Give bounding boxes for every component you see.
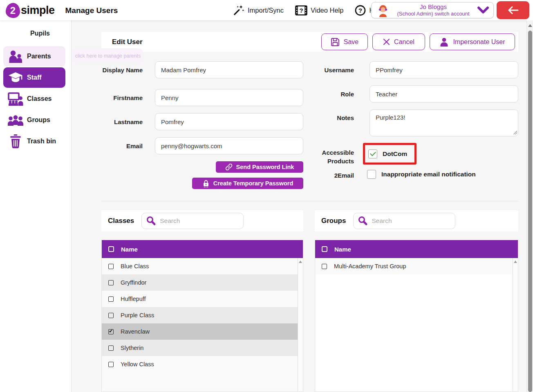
- groups-icon: [7, 115, 24, 126]
- sidebar-item-label: Classes: [27, 95, 52, 102]
- sidebar-item-label: Groups: [27, 116, 50, 124]
- sidebar-item-parents[interactable]: Parents: [3, 46, 65, 67]
- username-field[interactable]: [370, 61, 518, 78]
- email-field[interactable]: [155, 137, 303, 154]
- sidebar-item-label: Staff: [27, 74, 42, 81]
- trash-icon: [7, 134, 24, 148]
- email-notification-checkbox[interactable]: [367, 170, 376, 179]
- table-row[interactable]: Blue Class: [102, 258, 303, 274]
- firstname-field[interactable]: [155, 89, 303, 106]
- groups-scrollbar[interactable]: [513, 258, 518, 392]
- classes-searchbox: [141, 213, 244, 229]
- top-navigation: Import/Sync ? Video Help ?: [233, 0, 383, 20]
- classes-icon: [7, 92, 24, 106]
- scrollbar-thumb[interactable]: [528, 31, 532, 392]
- groups-table-header: Name: [315, 240, 518, 258]
- notes-field[interactable]: Purple123!: [370, 109, 518, 136]
- top-header: 2 simple Manage Users Import/Sync: [0, 0, 533, 20]
- row-name: Blue Class: [121, 263, 149, 270]
- sidebar-item-classes[interactable]: Classes: [3, 89, 65, 109]
- classes-title: Classes: [108, 217, 134, 225]
- row-checkbox[interactable]: [108, 296, 114, 302]
- row-checkbox[interactable]: [108, 313, 114, 318]
- close-icon: [383, 38, 390, 45]
- account-switcher[interactable]: Jo Bloggs (School Admin) switch account: [371, 2, 494, 18]
- classes-toolbar: Classes: [101, 210, 303, 232]
- import-sync-button[interactable]: Import/Sync: [233, 4, 284, 16]
- row-name: Gryffindor: [121, 279, 146, 286]
- email-label: Email: [101, 142, 143, 150]
- groups-toolbar: Groups: [315, 210, 518, 232]
- table-row[interactable]: Hufflepuff: [102, 291, 303, 307]
- floppy-disk-icon: [331, 38, 340, 47]
- display-name-label: Display Name: [101, 66, 143, 74]
- sidebar-item-groups[interactable]: Groups: [3, 110, 65, 130]
- table-row[interactable]: Yellow Class: [102, 356, 303, 372]
- cancel-button[interactable]: Cancel: [372, 33, 425, 50]
- sidebar-item-trash-bin[interactable]: Trash bin: [3, 131, 65, 151]
- sidebar-item-staff[interactable]: Staff: [3, 67, 65, 88]
- classes-search-input[interactable]: [160, 217, 242, 225]
- row-checkbox[interactable]: [108, 280, 114, 285]
- select-all-checkbox[interactable]: [108, 246, 114, 252]
- username-label: Username: [319, 66, 354, 74]
- page-title: Manage Users: [65, 6, 118, 15]
- logo-blob-icon: 2: [6, 3, 20, 18]
- groups-column-header: Name: [334, 246, 351, 253]
- parents-icon: [7, 50, 24, 63]
- save-label: Save: [344, 38, 358, 46]
- page-scrollbar[interactable]: [526, 20, 533, 392]
- table-row[interactable]: Ravenclaw: [102, 323, 303, 340]
- row-checkbox[interactable]: [108, 329, 114, 334]
- row-name: Multi-Academy Trust Group: [334, 263, 406, 270]
- firstname-label: Firstname: [101, 94, 143, 102]
- row-checkbox[interactable]: [108, 345, 114, 351]
- row-checkbox[interactable]: [322, 264, 327, 269]
- back-button[interactable]: [497, 1, 529, 19]
- sidebar-item-pupils[interactable]: Pupils: [30, 30, 50, 37]
- groups-table: Name Multi-Academy Trust Group: [315, 240, 518, 392]
- row-name: Yellow Class: [121, 361, 154, 368]
- groups-search-input[interactable]: [372, 217, 453, 225]
- import-sync-label: Import/Sync: [248, 7, 284, 14]
- groups-table-body: Multi-Academy Trust Group: [315, 258, 518, 392]
- lastname-field[interactable]: [155, 113, 303, 130]
- link-icon: [225, 163, 233, 171]
- scroll-up-icon[interactable]: [299, 261, 302, 263]
- classes-table: Name Blue Class Gryffindor Hufflepuff Pu…: [101, 240, 303, 392]
- send-password-link-button[interactable]: Send Password Link: [216, 161, 303, 173]
- groups-searchbox: [353, 213, 455, 229]
- select-all-checkbox[interactable]: [322, 246, 327, 252]
- row-checkbox[interactable]: [108, 264, 114, 269]
- scroll-up-icon[interactable]: [514, 261, 517, 263]
- video-help-label: Video Help: [311, 7, 343, 14]
- impersonate-user-button[interactable]: Impersonate User: [430, 33, 515, 50]
- row-checkbox[interactable]: [108, 362, 114, 367]
- twoemail-label: 2Email: [319, 171, 354, 180]
- classes-scrollbar[interactable]: [298, 258, 303, 392]
- save-button[interactable]: Save: [321, 33, 368, 50]
- avatar: [376, 3, 390, 17]
- lock-icon: [202, 180, 210, 187]
- video-help-button[interactable]: ? Video Help: [295, 5, 343, 16]
- row-name: Slytherin: [121, 345, 143, 351]
- table-row[interactable]: Purple Class: [102, 307, 303, 323]
- table-row[interactable]: Multi-Academy Trust Group: [315, 258, 518, 274]
- scroll-up-icon[interactable]: [528, 24, 532, 27]
- send-password-link-label: Send Password Link: [236, 164, 294, 170]
- role-field[interactable]: [370, 85, 518, 102]
- edit-user-header: Edit User Save Cancel Impersonate User: [101, 32, 518, 52]
- impersonate-label: Impersonate User: [453, 38, 505, 46]
- groups-title: Groups: [321, 217, 346, 225]
- table-row[interactable]: Slytherin: [102, 340, 303, 356]
- svg-text:?: ?: [358, 7, 362, 14]
- magic-wand-icon: [233, 4, 244, 16]
- dotcom-checkbox[interactable]: [368, 149, 377, 158]
- search-icon: [358, 216, 368, 226]
- dotcom-highlight-box: DotCom: [363, 143, 417, 165]
- lastname-label: Lastname: [101, 118, 143, 126]
- table-row[interactable]: Gryffindor: [102, 274, 303, 291]
- dotcom-label: DotCom: [383, 150, 407, 158]
- display-name-field[interactable]: [155, 61, 303, 78]
- create-temporary-password-button[interactable]: Create Temporary Password: [192, 178, 303, 189]
